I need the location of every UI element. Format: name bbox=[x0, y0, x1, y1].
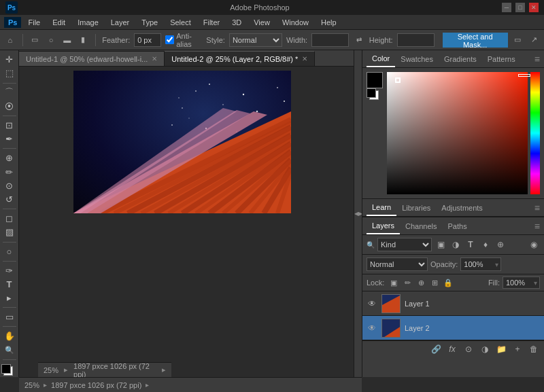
learn-panel-menu[interactable]: ≡ bbox=[534, 202, 540, 213]
menu-select[interactable]: Select bbox=[165, 17, 197, 28]
color-swatch-container[interactable] bbox=[1, 364, 18, 377]
color-tab[interactable]: Color bbox=[367, 51, 395, 67]
swatches-tab[interactable]: Swatches bbox=[395, 51, 439, 67]
color-panel-menu[interactable]: ≡ bbox=[534, 54, 540, 65]
layers-tab[interactable]: Layers bbox=[367, 218, 400, 234]
adjustment-layer-icon[interactable]: ◑ bbox=[479, 343, 491, 355]
fill-field[interactable]: 100% ▾ bbox=[503, 277, 540, 289]
smart-filter-icon[interactable]: ⊕ bbox=[494, 238, 507, 251]
lock-transparent-icon[interactable]: ▣ bbox=[388, 277, 399, 288]
delete-layer-icon[interactable]: 🗑 bbox=[528, 343, 540, 355]
menu-image[interactable]: Image bbox=[72, 17, 104, 28]
tab-close-1[interactable]: ✕ bbox=[152, 55, 157, 63]
healing-tool[interactable]: ⊕ bbox=[1, 152, 18, 164]
gradients-tab[interactable]: Gradients bbox=[439, 51, 482, 67]
layer-2-item[interactable]: 👁 Layer 2 bbox=[362, 316, 544, 340]
close-button[interactable]: ✕ bbox=[529, 3, 539, 12]
status-arrow[interactable]: ▸ bbox=[64, 366, 68, 374]
gradient-tool[interactable]: ▨ bbox=[1, 226, 18, 238]
zoom-tool[interactable]: 🔍 bbox=[1, 343, 18, 356]
toggle-filter-icon[interactable]: ◉ bbox=[528, 238, 540, 251]
foreground-swatch[interactable] bbox=[367, 72, 383, 88]
adjustments-tab[interactable]: Adjustments bbox=[436, 200, 488, 216]
blend-mode-select[interactable]: Normal bbox=[367, 257, 428, 271]
select-mask-button[interactable]: Select and Mask... bbox=[443, 33, 508, 48]
group-layers-icon[interactable]: 📁 bbox=[495, 343, 507, 355]
options-extra-1[interactable]: ▭ bbox=[512, 33, 524, 47]
lock-all-icon[interactable]: 🔒 bbox=[443, 277, 454, 288]
lock-move-icon[interactable]: ⊞ bbox=[429, 277, 440, 288]
menu-filter[interactable]: Filter bbox=[198, 17, 225, 28]
menu-type[interactable]: Type bbox=[136, 17, 163, 28]
menu-help[interactable]: Help bbox=[316, 17, 342, 28]
col-marquee-icon[interactable]: ▮ bbox=[78, 33, 90, 47]
maximize-button[interactable]: □ bbox=[515, 3, 525, 12]
shape-filter-icon[interactable]: ♦ bbox=[479, 238, 492, 251]
lock-artboard-icon[interactable]: ⊕ bbox=[415, 277, 426, 288]
minimize-button[interactable]: ─ bbox=[502, 3, 511, 12]
collapse-panel-strip[interactable]: ◀▶ bbox=[354, 50, 362, 377]
libraries-tab[interactable]: Libraries bbox=[396, 200, 436, 216]
pen-tool[interactable]: ✑ bbox=[1, 264, 18, 277]
fx-icon[interactable]: fx bbox=[446, 343, 458, 355]
dodge-tool[interactable]: ○ bbox=[1, 245, 18, 257]
new-layer-icon[interactable]: + bbox=[511, 343, 524, 355]
feather-input[interactable] bbox=[134, 33, 161, 47]
foreground-color-swatch[interactable] bbox=[1, 364, 11, 374]
rect-marquee-icon[interactable]: ▭ bbox=[29, 33, 41, 47]
quick-select-tool[interactable]: ⦿ bbox=[1, 100, 18, 113]
tab-close-2[interactable]: ✕ bbox=[302, 55, 307, 63]
learn-tab[interactable]: Learn bbox=[367, 200, 396, 216]
brush-tool[interactable]: ✏ bbox=[1, 165, 18, 178]
menu-window[interactable]: Window bbox=[277, 17, 314, 28]
type-tool[interactable]: T bbox=[1, 278, 18, 291]
clone-tool[interactable]: ⊙ bbox=[1, 179, 18, 192]
height-input[interactable] bbox=[397, 33, 435, 47]
swap-dimensions-icon[interactable]: ⇄ bbox=[353, 33, 365, 47]
layer-1-item[interactable]: 👁 Layer 1 bbox=[362, 291, 544, 316]
tab-untitled2[interactable]: Untitled-2 @ 25% (Layer 2, RGB/8#) * ✕ bbox=[165, 51, 315, 66]
type-filter-icon[interactable]: T bbox=[464, 238, 477, 251]
window-controls[interactable]: ─ □ ✕ bbox=[502, 3, 539, 12]
status-nav-arrow[interactable]: ▸ bbox=[162, 366, 166, 374]
style-select[interactable]: Normal Fixed Ratio Fixed Size bbox=[229, 33, 282, 47]
tab-untitled1[interactable]: Untitled-1 @ 50% (edward-howell-i... ✕ bbox=[19, 51, 165, 66]
foreground-swatch-small[interactable] bbox=[367, 88, 376, 98]
color-spectrum[interactable] bbox=[387, 72, 540, 194]
menu-view[interactable]: View bbox=[248, 17, 275, 28]
add-mask-icon[interactable]: ⊙ bbox=[462, 343, 475, 355]
layer-1-visibility[interactable]: 👁 bbox=[367, 298, 377, 309]
adjustment-filter-icon[interactable]: ◑ bbox=[449, 238, 462, 251]
width-input[interactable] bbox=[311, 33, 349, 47]
home-icon[interactable]: ⌂ bbox=[4, 33, 16, 47]
layer-2-visibility[interactable]: 👁 bbox=[367, 323, 377, 334]
hand-tool[interactable]: ✋ bbox=[1, 329, 18, 342]
history-brush-tool[interactable]: ↺ bbox=[1, 193, 18, 206]
menu-ps[interactable]: Ps bbox=[4, 17, 21, 28]
marquee-tool[interactable]: ⬚ bbox=[1, 67, 18, 79]
layer-kind-select[interactable]: Kind bbox=[377, 238, 432, 251]
lasso-tool[interactable]: ⌒ bbox=[1, 86, 18, 99]
menu-edit[interactable]: Edit bbox=[47, 17, 71, 28]
menu-layer[interactable]: Layer bbox=[105, 17, 135, 28]
status-expand[interactable]: ▸ bbox=[146, 381, 149, 389]
link-layers-icon[interactable]: 🔗 bbox=[430, 343, 442, 355]
menu-3d[interactable]: 3D bbox=[226, 17, 247, 28]
layers-panel-menu[interactable]: ≡ bbox=[534, 221, 540, 232]
crop-tool[interactable]: ⊡ bbox=[1, 119, 18, 132]
hue-strip[interactable] bbox=[530, 72, 540, 194]
move-tool[interactable]: ✛ bbox=[1, 53, 18, 66]
opacity-field[interactable]: 100% ▾ bbox=[460, 257, 501, 271]
lock-paint-icon[interactable]: ✏ bbox=[402, 277, 413, 288]
options-extra-2[interactable]: ↗ bbox=[528, 33, 540, 47]
eraser-tool[interactable]: ◻ bbox=[1, 212, 18, 225]
channels-tab[interactable]: Channels bbox=[400, 218, 442, 234]
pixel-filter-icon[interactable]: ▣ bbox=[435, 238, 447, 251]
rectangle-tool[interactable]: ▭ bbox=[1, 310, 18, 323]
menu-file[interactable]: File bbox=[22, 17, 46, 28]
eyedropper-tool[interactable]: ✒ bbox=[1, 132, 18, 145]
status-nav-right[interactable]: ▸ bbox=[44, 381, 47, 389]
row-marquee-icon[interactable]: ▬ bbox=[61, 33, 73, 47]
paths-tab[interactable]: Paths bbox=[443, 218, 473, 234]
antialias-checkbox[interactable] bbox=[165, 35, 174, 44]
